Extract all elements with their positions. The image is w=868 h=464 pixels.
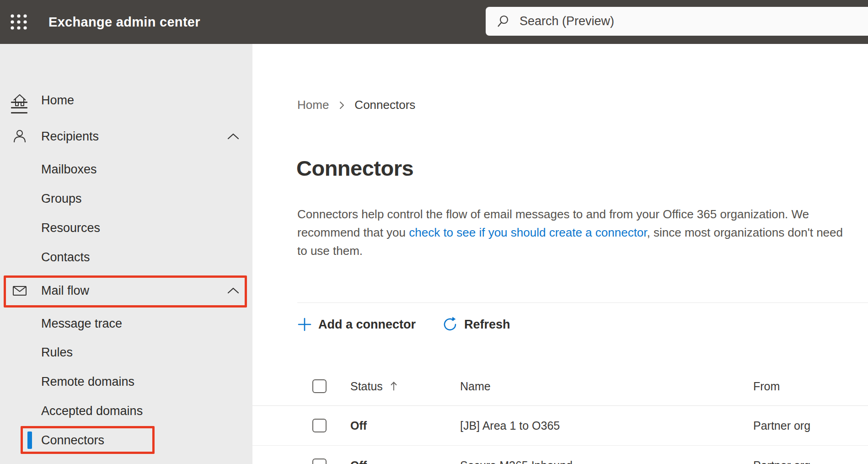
add-connector-label: Add a connector bbox=[318, 318, 416, 332]
app-launcher-icon[interactable] bbox=[10, 13, 27, 31]
column-header-from[interactable]: From bbox=[753, 379, 780, 393]
search-box[interactable] bbox=[486, 7, 868, 36]
breadcrumb-home-link[interactable]: Home bbox=[297, 98, 329, 112]
sidebar-item-label: Recipients bbox=[41, 129, 99, 144]
sidebar-item-label: Groups bbox=[41, 192, 82, 206]
add-connector-button[interactable]: Add a connector bbox=[297, 317, 416, 332]
refresh-button[interactable]: Refresh bbox=[442, 317, 510, 332]
sidebar-item-label: Message trace bbox=[41, 317, 122, 331]
sidebar-item-message-trace[interactable]: Message trace bbox=[0, 309, 252, 338]
sidebar-item-groups[interactable]: Groups bbox=[0, 184, 252, 213]
breadcrumb-current[interactable]: Connectors bbox=[354, 98, 415, 112]
sidebar-item-mailboxes[interactable]: Mailboxes bbox=[0, 155, 252, 184]
breadcrumb: Home Connectors bbox=[297, 98, 415, 112]
sidebar-item-resources[interactable]: Resources bbox=[0, 213, 252, 243]
table-header-row: Status Name From bbox=[252, 367, 868, 406]
page-title: Connectors bbox=[296, 156, 413, 181]
sidebar-item-label: Home bbox=[41, 93, 74, 108]
column-header-status[interactable]: Status bbox=[350, 379, 397, 393]
sidebar-item-home[interactable]: Home bbox=[0, 86, 252, 115]
app-title: Exchange admin center bbox=[48, 0, 200, 44]
chevron-up-icon[interactable] bbox=[227, 132, 240, 140]
column-header-name[interactable]: Name bbox=[460, 379, 491, 393]
row-from: Partner org bbox=[753, 459, 810, 464]
person-icon bbox=[12, 129, 27, 144]
sidebar-item-recipients[interactable]: Recipients bbox=[0, 122, 252, 151]
row-from: Partner org bbox=[753, 419, 810, 432]
row-name: Secure M365 Inbound bbox=[460, 459, 573, 464]
sidebar-item-label: Connectors bbox=[41, 433, 104, 448]
row-name: [JB] Area 1 to O365 bbox=[460, 419, 560, 432]
page-description: Connectors help control the flow of emai… bbox=[297, 205, 855, 260]
sidebar-item-label: Accepted domains bbox=[41, 404, 143, 418]
home-icon bbox=[12, 92, 27, 108]
sidebar-item-contacts[interactable]: Contacts bbox=[0, 243, 252, 272]
toolbar-divider bbox=[297, 302, 868, 303]
plus-icon bbox=[297, 317, 312, 332]
sidebar-nav: Home Recipients Mailboxes Groups Resourc… bbox=[0, 44, 252, 464]
breadcrumb-chevron-icon bbox=[338, 100, 345, 110]
exchange-admin-center-window: Exchange admin center Home Recipients bbox=[0, 0, 868, 464]
search-input[interactable] bbox=[520, 14, 794, 28]
sidebar-item-label: Mail flow bbox=[41, 284, 89, 298]
table-row[interactable]: Off [JB] Area 1 to O365 Partner org bbox=[252, 406, 868, 446]
main-content: Home Connectors Connectors Connectors he… bbox=[252, 44, 868, 464]
sidebar-item-label: Resources bbox=[41, 221, 100, 235]
refresh-label: Refresh bbox=[464, 318, 510, 332]
create-connector-check-link[interactable]: check to see if you should create a conn… bbox=[409, 226, 647, 239]
sidebar-item-connectors[interactable]: Connectors bbox=[0, 426, 252, 455]
command-bar: Add a connector Refresh bbox=[297, 312, 510, 337]
row-checkbox[interactable] bbox=[312, 459, 327, 464]
select-all-checkbox[interactable] bbox=[312, 379, 327, 393]
search-icon bbox=[497, 15, 510, 28]
sidebar-item-label: Rules bbox=[41, 345, 73, 360]
mail-icon bbox=[12, 283, 27, 298]
row-status: Off bbox=[350, 459, 367, 464]
sidebar-item-label: Contacts bbox=[41, 250, 90, 264]
sidebar-item-label: Remote domains bbox=[41, 375, 134, 389]
row-status: Off bbox=[350, 419, 367, 432]
table-row[interactable]: Off Secure M365 Inbound Partner org bbox=[252, 446, 868, 464]
top-app-bar: Exchange admin center bbox=[0, 0, 868, 44]
sidebar-item-remote-domains[interactable]: Remote domains bbox=[0, 367, 252, 396]
connectors-table: Status Name From Off [JB] Area 1 to O365… bbox=[252, 367, 868, 464]
chevron-up-icon[interactable] bbox=[227, 286, 240, 295]
refresh-icon bbox=[442, 317, 458, 332]
selected-item-indicator-bar bbox=[27, 432, 32, 449]
sort-ascending-arrow-icon bbox=[390, 381, 397, 392]
sidebar-item-accepted-domains[interactable]: Accepted domains bbox=[0, 396, 252, 426]
row-checkbox[interactable] bbox=[312, 419, 327, 432]
sidebar-item-mail-flow[interactable]: Mail flow bbox=[0, 276, 252, 305]
sidebar-item-label: Mailboxes bbox=[41, 162, 97, 177]
sidebar-item-rules[interactable]: Rules bbox=[0, 338, 252, 367]
